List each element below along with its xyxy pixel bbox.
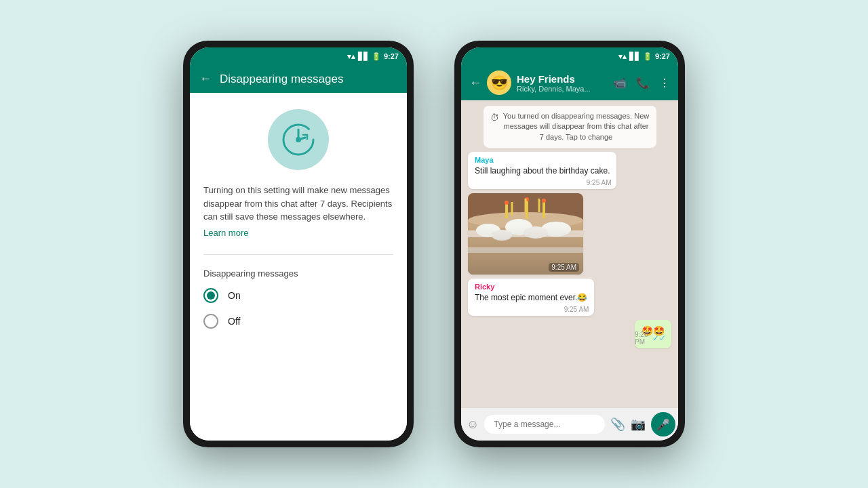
battery-icon: 🔋	[372, 52, 381, 61]
svg-point-15	[476, 224, 500, 237]
more-options-icon[interactable]: ⋮	[659, 77, 670, 89]
app-header-1: ← Disappearing messages	[190, 65, 407, 93]
back-button-2[interactable]: ←	[469, 76, 481, 90]
chat-header-info: Hey Friends Ricky, Dennis, Maya...	[517, 73, 608, 93]
radio-label-off: Off	[228, 316, 240, 327]
radio-off[interactable]	[203, 314, 218, 329]
cake-image-visual	[468, 193, 583, 274]
svg-point-19	[524, 226, 548, 239]
radio-option-on[interactable]: On	[203, 288, 393, 303]
message-time-3: 9:26 PM ✓✓	[635, 331, 666, 346]
message-input[interactable]	[484, 415, 605, 434]
phone-2-screen: ▾▴ ▋▋ 🔋 9:27 ← 😎 Hey Friends Ricky, Denn…	[461, 47, 678, 441]
attachment-icon[interactable]: 📎	[610, 417, 625, 432]
battery-icon-2: 🔋	[643, 52, 652, 61]
group-members: Ricky, Dennis, Maya...	[517, 85, 608, 93]
message-cake-image: 9:25 AM	[468, 193, 583, 274]
phone-1: ▾▴ ▋▋ 🔋 9:27 ← Disappearing messages	[183, 41, 414, 447]
wifi-icon: ▾▴	[347, 52, 355, 61]
status-bar-2: ▾▴ ▋▋ 🔋 9:27	[461, 47, 678, 65]
svg-rect-7	[468, 247, 583, 253]
phone-2: ▾▴ ▋▋ 🔋 9:27 ← 😎 Hey Friends Ricky, Denn…	[454, 41, 685, 447]
message-ricky: Ricky The most epic moment ever.😂 9:25 A…	[468, 279, 594, 316]
group-name: Hey Friends	[517, 73, 608, 85]
svg-rect-13	[542, 201, 545, 218]
message-text-0: Still laughing about the birthday cake.	[475, 165, 610, 177]
time-1: 9:27	[384, 52, 399, 60]
page-title-1: Disappearing messages	[220, 73, 343, 86]
radio-label-on: On	[228, 290, 241, 301]
chat-header-icons: 📹 📞 ⋮	[613, 77, 670, 89]
group-avatar: 😎	[487, 70, 511, 95]
system-message-text: You turned on disappearing messages. New…	[503, 111, 650, 142]
time-2: 9:27	[655, 52, 670, 60]
scene: ▾▴ ▋▋ 🔋 9:27 ← Disappearing messages	[183, 41, 685, 447]
svg-point-16	[505, 219, 532, 235]
sender-ricky: Ricky	[475, 283, 587, 291]
description-text: Turning on this setting will make new me…	[203, 184, 393, 224]
message-outgoing: 🤩🤩 9:26 PM ✓✓	[635, 320, 671, 348]
timer-icon	[281, 123, 315, 157]
svg-point-17	[541, 222, 571, 237]
wifi-icon-2: ▾▴	[618, 52, 627, 61]
chat-body: ⏱ You turned on disappearing messages. N…	[461, 100, 678, 408]
message-time-0: 9:25 AM	[587, 179, 612, 186]
svg-rect-6	[468, 230, 583, 237]
timer-system-icon: ⏱	[490, 112, 499, 124]
radio-on[interactable]	[203, 288, 218, 303]
back-button-1[interactable]: ←	[199, 72, 212, 86]
cake-svg	[468, 193, 583, 274]
system-message[interactable]: ⏱ You turned on disappearing messages. N…	[484, 106, 656, 148]
mic-button[interactable]: 🎤	[651, 412, 675, 436]
message-time-2: 9:25 AM	[564, 306, 589, 313]
radio-option-off[interactable]: Off	[203, 314, 393, 329]
sender-maya: Maya	[475, 156, 610, 164]
message-maya-text: Maya Still laughing about the birthday c…	[468, 152, 616, 189]
disappearing-icon-circle	[268, 109, 329, 170]
signal-icon: ▋▋	[358, 52, 369, 61]
svg-point-18	[492, 230, 512, 241]
voice-call-icon[interactable]: 📞	[636, 77, 650, 89]
status-bar-1: ▾▴ ▋▋ 🔋 9:27	[190, 47, 407, 65]
svg-rect-9	[505, 203, 508, 218]
mic-icon: 🎤	[656, 418, 670, 431]
video-call-icon[interactable]: 📹	[613, 77, 627, 89]
svg-rect-11	[526, 200, 528, 218]
group-emoji: 😎	[491, 75, 508, 91]
learn-more-link[interactable]: Learn more	[203, 228, 248, 238]
divider-1	[203, 254, 393, 255]
camera-icon[interactable]: 📷	[631, 417, 646, 432]
chat-header: ← 😎 Hey Friends Ricky, Dennis, Maya... 📹…	[461, 65, 678, 100]
svg-point-14	[542, 199, 546, 203]
svg-point-10	[505, 201, 509, 205]
svg-point-12	[525, 197, 529, 201]
read-receipt-icon: ✓✓	[652, 333, 666, 343]
chat-input-bar: ☺ 📎 📷 🎤	[461, 408, 678, 441]
emoji-icon[interactable]: ☺	[467, 418, 479, 432]
svg-rect-4	[468, 193, 583, 274]
signal-icon-2: ▋▋	[629, 52, 640, 61]
message-time-image: 9:25 AM	[549, 263, 579, 272]
phone-1-screen: ▾▴ ▋▋ 🔋 9:27 ← Disappearing messages	[190, 47, 407, 441]
settings-content: Turning on this setting will make new me…	[190, 93, 407, 441]
section-label: Disappearing messages	[203, 268, 298, 279]
message-text-2: The most epic moment ever.😂	[475, 292, 587, 304]
